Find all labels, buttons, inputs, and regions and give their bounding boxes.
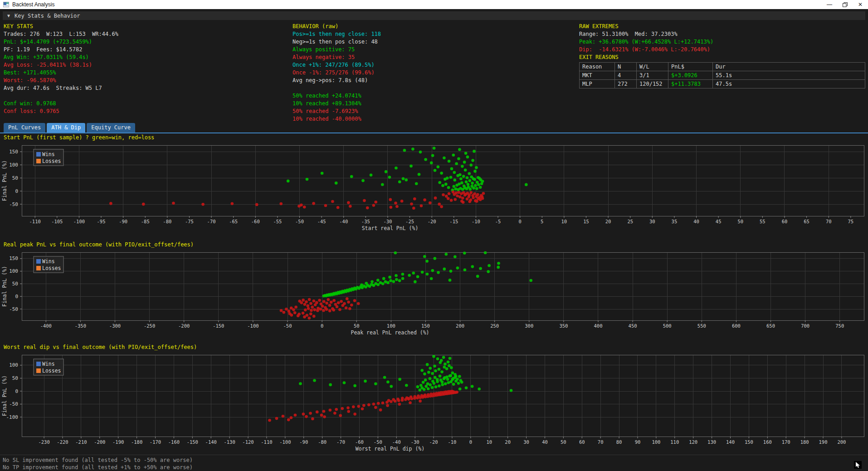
stats-row: KEY STATSTrades: 276 W:123 L:153 WR:44.6… [0, 23, 868, 120]
restore-button[interactable] [837, 0, 853, 9]
svg-text:50: 50 [12, 281, 18, 287]
svg-text:120: 120 [689, 439, 697, 445]
exit-reasons-heading: EXIT REASONS [579, 54, 865, 61]
key-stats-panel: KEY STATSTrades: 276 W:123 L:153 WR:44.6… [4, 23, 118, 115]
stat-line: Range: 51.3100% Med: 37.2303% [579, 30, 865, 38]
legend-label: Wins [42, 361, 55, 367]
svg-text:170: 170 [782, 439, 790, 445]
tab-pnl-curves[interactable]: PnL Curves [4, 123, 45, 132]
svg-text:-105: -105 [51, 219, 63, 224]
svg-text:0: 0 [469, 439, 472, 445]
svg-text:60: 60 [782, 219, 788, 224]
stat-line: 50% reached -7.6923% [293, 108, 381, 115]
status-line-sl: No SL improvement found (all tested -5% … [3, 456, 868, 464]
svg-text:-90: -90 [119, 219, 127, 224]
svg-text:-40: -40 [339, 219, 348, 224]
svg-text:300: 300 [525, 323, 533, 329]
svg-text:650: 650 [766, 323, 775, 329]
exit-table-cell: 55.1s [713, 71, 865, 80]
svg-text:45: 45 [716, 219, 722, 224]
stat-line: Peak: +36.6780% (W:+66.4528% L:+12.7413%… [579, 38, 865, 46]
chart-title: Worst real dip vs final outcome (with PI… [0, 343, 868, 351]
y-axis-label: Final PnL (%) [1, 266, 8, 307]
exit-table-header: N [615, 63, 637, 71]
svg-text:35: 35 [672, 219, 678, 224]
legend-swatch [36, 368, 41, 373]
svg-text:-210: -210 [75, 439, 87, 445]
svg-text:-230: -230 [38, 439, 49, 445]
section-header-label: Key Stats & Behavior [15, 13, 80, 19]
charts-area: Start PnL (first sample) ? green=win, re… [0, 133, 868, 453]
svg-text:-20: -20 [428, 219, 436, 224]
svg-text:-120: -120 [242, 439, 254, 445]
svg-text:-50: -50 [283, 323, 292, 329]
svg-text:-30: -30 [383, 219, 392, 224]
minimize-button[interactable]: — [822, 0, 837, 9]
legend-swatch [36, 159, 41, 163]
legend-label: Wins [42, 151, 55, 157]
svg-text:200: 200 [837, 439, 846, 445]
stat-line: Worst: -96.5870% [4, 77, 118, 84]
y-axis: 150100500-50Final PnL (%) [1, 255, 22, 312]
exit-table-row: MLP272120/152$+11.378347.5s [580, 80, 865, 88]
stat-line: Avg Win: +37.0311% (59.4s) [4, 54, 118, 61]
svg-text:-130: -130 [224, 439, 235, 445]
x-axis-label: Start real PnL (%) [362, 225, 419, 231]
close-button[interactable]: ✕ [853, 0, 868, 9]
stat-line [4, 92, 118, 100]
svg-text:180: 180 [800, 439, 809, 445]
svg-text:-170: -170 [150, 439, 161, 445]
svg-text:75: 75 [848, 219, 854, 224]
svg-text:-95: -95 [97, 219, 106, 224]
tab-ath-dip[interactable]: ATH & Dip [47, 123, 85, 132]
stat-line: Pos>=1s then neg close: 118 [293, 30, 381, 38]
svg-text:-35: -35 [361, 219, 370, 224]
svg-text:60: 60 [579, 439, 585, 445]
svg-text:-75: -75 [185, 219, 194, 224]
exit-table-header: PnL$ [668, 63, 713, 71]
svg-text:-10: -10 [448, 439, 456, 445]
legend-label: Wins [42, 258, 55, 265]
svg-text:-85: -85 [141, 219, 150, 224]
x-axis-label: Peak real PnL reached (%) [351, 329, 429, 336]
stat-line: Always positive: 75 [293, 46, 381, 54]
svg-text:-300: -300 [109, 323, 121, 329]
svg-text:-150: -150 [213, 323, 224, 329]
raw-extremes-panel: RAW EXTREMESRange: 51.3100% Med: 37.2303… [579, 23, 865, 88]
svg-text:90: 90 [635, 439, 641, 445]
svg-text:130: 130 [707, 439, 716, 445]
legend: WinsLosses [34, 149, 63, 166]
stat-line: 10% reached +89.1304% [293, 100, 381, 108]
exit-table-cell: 47.5s [713, 80, 865, 88]
key-stats-section-header[interactable]: ▼ Key Stats & Behavior [3, 11, 865, 20]
stat-line [293, 84, 381, 92]
svg-text:-45: -45 [317, 219, 326, 224]
app-icon [3, 1, 10, 8]
svg-text:-60: -60 [355, 439, 364, 445]
svg-text:-110: -110 [29, 219, 41, 224]
svg-text:0: 0 [321, 323, 323, 329]
svg-text:25: 25 [627, 219, 633, 224]
stat-line: Best: +171.4055% [4, 69, 118, 77]
svg-text:-70: -70 [336, 439, 345, 445]
svg-text:-250: -250 [144, 323, 155, 329]
svg-text:0: 0 [15, 188, 18, 194]
status-line-tp: No TP improvement found (all tested +1% … [3, 464, 868, 471]
legend: WinsLosses [34, 359, 63, 375]
svg-text:-220: -220 [57, 439, 68, 445]
svg-text:80: 80 [616, 439, 622, 445]
svg-text:40: 40 [693, 219, 699, 224]
chart-block-1: Real peak PnL vs final outcome (with PIO… [0, 240, 868, 339]
svg-text:-25: -25 [405, 219, 414, 224]
scatter-chart-2: -230-220-210-200-190-180-170-160-150-140… [0, 351, 868, 453]
svg-text:-190: -190 [112, 439, 124, 445]
svg-text:30: 30 [523, 439, 529, 445]
exit-table-header: W/L [637, 63, 668, 71]
svg-text:-50: -50 [9, 306, 18, 312]
panel-heading: RAW EXTREMES [579, 23, 865, 30]
svg-text:110: 110 [670, 439, 679, 445]
svg-text:-80: -80 [318, 439, 327, 445]
svg-text:200: 200 [456, 323, 464, 329]
exit-table-cell: $+11.3783 [668, 80, 713, 88]
tab-equity-curve[interactable]: Equity Curve [87, 123, 135, 132]
